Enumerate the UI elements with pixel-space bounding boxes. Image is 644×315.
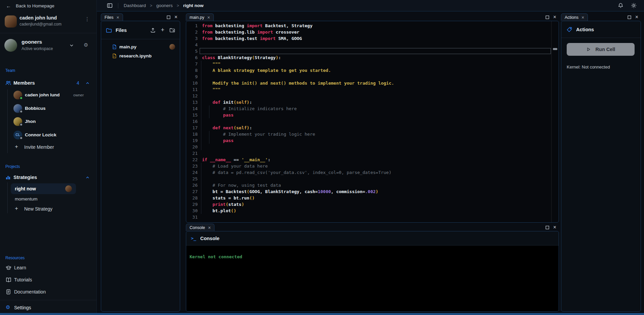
- strategy-item[interactable]: momentum: [15, 196, 38, 201]
- code-line[interactable]: 22if __name__ == '__main__':: [186, 156, 559, 163]
- new-file-plus-icon[interactable]: +: [161, 27, 164, 34]
- code-line[interactable]: 12: [186, 93, 559, 99]
- code-line[interactable]: 9: [186, 74, 559, 80]
- file-row[interactable]: main.py: [101, 42, 180, 51]
- console-tab[interactable]: Console ×: [186, 224, 214, 231]
- code-line[interactable]: 26 # For now, using test data: [186, 182, 559, 188]
- file-name: main.py: [119, 44, 136, 49]
- maximize-icon[interactable]: [546, 226, 549, 229]
- close-icon[interactable]: ×: [553, 225, 556, 230]
- close-icon[interactable]: ×: [116, 15, 119, 20]
- code-line[interactable]: 28 stats = bt.run(): [186, 195, 559, 201]
- maximize-icon[interactable]: [628, 15, 631, 19]
- member-row[interactable]: Jhon: [0, 117, 96, 127]
- upload-icon[interactable]: [150, 28, 156, 33]
- resource-item-tutorials[interactable]: Tutorials: [0, 275, 96, 285]
- code-editor[interactable]: 1from backtesting import Backtest, Strat…: [186, 21, 559, 223]
- breadcrumb-item[interactable]: right now: [183, 3, 204, 8]
- resource-label: Tutorials: [14, 277, 32, 282]
- close-icon[interactable]: ×: [207, 15, 210, 20]
- code-line[interactable]: 11 """: [186, 86, 559, 93]
- resource-item-documentation[interactable]: Documentation: [0, 287, 96, 297]
- workspace-switcher[interactable]: gooners Active workspace ⚙: [0, 38, 96, 53]
- code-line[interactable]: 8 A blank strategy template to get you s…: [186, 67, 559, 74]
- file-name: research.ipynb: [119, 53, 152, 58]
- collaborator-avatar: [169, 44, 175, 50]
- code-line[interactable]: 15 pass: [186, 112, 559, 118]
- team-section-label: Team: [5, 68, 15, 73]
- code-line[interactable]: 6class BlankStrategy(Strategy):: [186, 54, 559, 61]
- editor-tab-mainpy[interactable]: main.py ×: [186, 13, 214, 21]
- scrollbar-thumb[interactable]: [553, 48, 557, 50]
- code-line[interactable]: 7 """: [186, 61, 559, 67]
- code-line[interactable]: 21: [186, 150, 559, 156]
- strategy-item-active[interactable]: right now: [11, 183, 76, 194]
- code-line[interactable]: 27 bt = Backtest(GOOG, BlankStrategy, ca…: [186, 188, 559, 195]
- files-tab[interactable]: Files ×: [101, 13, 123, 21]
- code-line[interactable]: 1from backtesting import Backtest, Strat…: [186, 22, 559, 29]
- close-icon[interactable]: ×: [581, 15, 584, 20]
- editor-scrollbar[interactable]: [551, 21, 559, 222]
- code-line[interactable]: 20: [186, 144, 559, 150]
- editor-panel: main.py × × 1from backtesting import Bac…: [186, 13, 559, 223]
- code-line[interactable]: 17 def next(self):: [186, 125, 559, 131]
- console-tab-label: Console: [190, 225, 205, 230]
- chevron-up-icon[interactable]: [85, 81, 90, 85]
- code-line[interactable]: 2from backtesting.lib import crossover: [186, 29, 559, 35]
- invite-member-button[interactable]: + Invite Member: [0, 143, 96, 151]
- new-strategy-button[interactable]: + New Strategy: [0, 205, 96, 213]
- close-icon[interactable]: ×: [553, 14, 556, 20]
- code-line[interactable]: 4: [186, 42, 559, 48]
- theme-sun-icon[interactable]: [631, 3, 637, 8]
- console-output[interactable]: Kernel not connected: [186, 245, 559, 311]
- breadcrumb-item[interactable]: Dashboard: [124, 3, 146, 8]
- line-number: 19: [186, 137, 198, 144]
- code-line[interactable]: 10 Modify the init() and next() methods …: [186, 80, 559, 86]
- back-to-homepage-button[interactable]: ← Back to Homepage: [0, 0, 96, 11]
- run-cell-button[interactable]: Run Cell: [567, 43, 635, 56]
- chevron-down-icon[interactable]: [69, 43, 74, 48]
- code-line[interactable]: 3from backtesting.test import SMA, GOOG: [186, 35, 559, 42]
- breadcrumb-item[interactable]: gooners: [156, 3, 173, 8]
- code-line[interactable]: 5: [186, 48, 559, 54]
- divider: [0, 33, 96, 33]
- code-line[interactable]: 14 # Initialize indicators here: [186, 105, 559, 112]
- code-line[interactable]: 31: [186, 214, 559, 220]
- code-line[interactable]: 25: [186, 176, 559, 182]
- close-icon[interactable]: ×: [635, 14, 638, 20]
- code-line[interactable]: 30 bt.plot(): [186, 208, 559, 214]
- resource-item-learn[interactable]: Learn: [0, 263, 96, 273]
- breadcrumb-separator: >: [177, 3, 179, 8]
- kebab-menu-icon[interactable]: ⋮: [85, 17, 90, 20]
- maximize-icon[interactable]: [167, 15, 170, 19]
- close-icon[interactable]: ×: [174, 14, 177, 20]
- maximize-icon[interactable]: [546, 15, 549, 19]
- back-label: Back to Homepage: [16, 3, 54, 8]
- code-line[interactable]: 19 pass: [186, 137, 559, 144]
- close-icon[interactable]: ×: [208, 225, 211, 230]
- workspace-gear-icon[interactable]: ⚙: [84, 42, 88, 48]
- gear-icon: ⚙: [6, 304, 10, 310]
- code-line[interactable]: 23 # Load your data here: [186, 163, 559, 169]
- user-profile[interactable]: caden john lund cadenjlund@gmail.com ⋮: [0, 15, 96, 30]
- member-row[interactable]: CLConnor Lozick: [0, 130, 96, 140]
- actions-tab[interactable]: Actions ×: [561, 13, 588, 21]
- chevron-up-icon[interactable]: [85, 175, 90, 180]
- member-role-badge: owner: [73, 93, 84, 97]
- code-line[interactable]: 16: [186, 118, 559, 125]
- strategies-header[interactable]: Strategies: [0, 173, 96, 182]
- bell-icon[interactable]: [618, 3, 623, 8]
- code-line[interactable]: 13 def init(self):: [186, 99, 559, 105]
- code-line[interactable]: 29 print(stats): [186, 201, 559, 208]
- file-row[interactable]: research.ipynb: [101, 51, 180, 60]
- code-line[interactable]: 24 # data = pd.read_csv('your_data.csv',…: [186, 169, 559, 176]
- files-panel: Files × × Files +: [101, 13, 180, 312]
- member-row[interactable]: Bobbicus: [0, 104, 96, 114]
- members-count: 4: [77, 80, 79, 86]
- code-line[interactable]: 18 # Implement your trading logic here: [186, 131, 559, 137]
- sidebar-toggle-icon[interactable]: [107, 3, 113, 8]
- settings-button[interactable]: ⚙ Settings: [0, 303, 96, 313]
- new-folder-icon[interactable]: [169, 27, 175, 33]
- member-row[interactable]: caden john lundowner: [0, 90, 96, 100]
- members-header[interactable]: Members 4: [0, 79, 96, 87]
